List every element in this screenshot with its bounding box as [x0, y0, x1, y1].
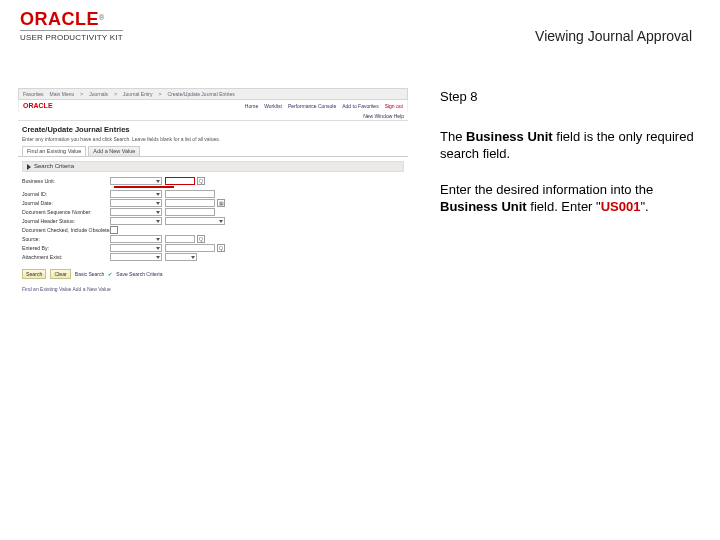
op-select[interactable]	[110, 235, 162, 243]
clear-button[interactable]: Clear	[50, 269, 70, 279]
trademark-symbol: ®	[99, 14, 104, 21]
obsolete-checkbox[interactable]	[110, 226, 118, 234]
mini-footer: Find an Existing Value Add a New Value	[18, 282, 408, 296]
highlight-bar	[114, 186, 174, 188]
save-search-link[interactable]: Save Search Criteria	[116, 271, 162, 277]
status-select[interactable]	[165, 217, 225, 225]
op-select[interactable]	[110, 253, 162, 261]
mini-page-title: Create/Update Journal Entries	[18, 121, 408, 136]
mini-brand: ORACLE	[23, 102, 53, 110]
op-select[interactable]	[110, 217, 162, 225]
logo-subline: USER PRODUCTIVITY KIT	[20, 30, 123, 42]
embedded-screenshot: Favorites Main Menu > Journals > Journal…	[18, 88, 408, 296]
instruction-2: Enter the desired information into the B…	[440, 181, 700, 216]
entered-by-input[interactable]	[165, 244, 215, 252]
logo-text: ORACLE	[20, 9, 99, 29]
journal-date-input[interactable]	[165, 199, 215, 207]
mini-nav-links: Home Worklist Performance Console Add to…	[245, 103, 403, 109]
attachment-select[interactable]	[165, 253, 197, 261]
step-label: Step 8	[440, 88, 700, 106]
section-header: Search Criteria	[22, 161, 404, 172]
op-select[interactable]	[110, 177, 162, 185]
page-title: Viewing Journal Approval	[535, 10, 692, 44]
mini-window-links: New Window Help	[18, 112, 408, 121]
op-select[interactable]	[110, 244, 162, 252]
lookup-icon[interactable]: Q	[197, 177, 205, 185]
tab-existing[interactable]: Find an Existing Value	[22, 146, 86, 156]
search-button[interactable]: Search	[22, 269, 46, 279]
tab-new[interactable]: Add a New Value	[88, 146, 140, 156]
op-select[interactable]	[110, 199, 162, 207]
lookup-icon[interactable]: Q	[197, 235, 205, 243]
business-unit-input[interactable]	[165, 177, 195, 185]
doc-seq-input[interactable]	[165, 208, 215, 216]
op-select[interactable]	[110, 208, 162, 216]
source-input[interactable]	[165, 235, 195, 243]
instruction-1: The Business Unit field is the only requ…	[440, 128, 700, 163]
field-label: Business Unit:	[22, 178, 110, 184]
calendar-icon[interactable]: ▦	[217, 199, 225, 207]
mini-subtitle: Enter any information you have and click…	[18, 136, 408, 146]
oracle-logo: ORACLE® USER PRODUCTIVITY KIT	[20, 10, 123, 42]
breadcrumb: Favorites Main Menu > Journals > Journal…	[18, 88, 408, 100]
lookup-icon[interactable]: Q	[217, 244, 225, 252]
basic-search-link[interactable]: Basic Search	[75, 271, 104, 277]
journal-id-input[interactable]	[165, 190, 215, 198]
op-select[interactable]	[110, 190, 162, 198]
